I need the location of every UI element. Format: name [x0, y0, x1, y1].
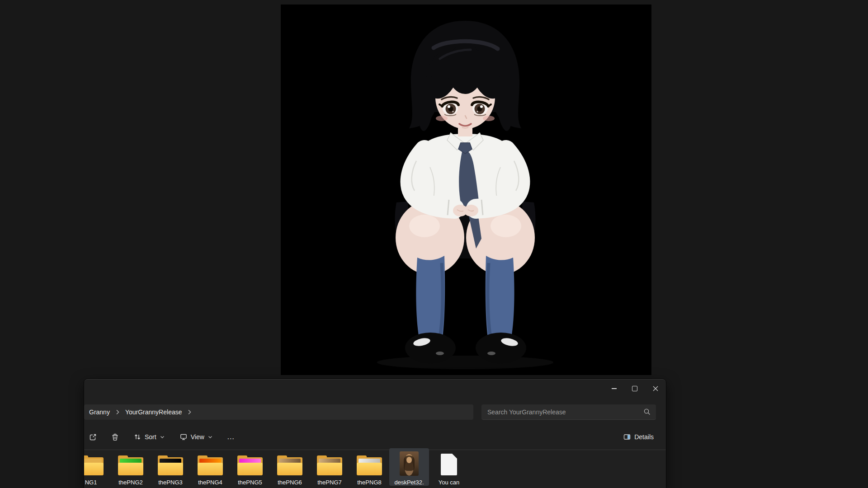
close-button[interactable]	[645, 380, 666, 398]
details-icon	[623, 433, 631, 441]
file-item[interactable]: thePNG5	[230, 448, 270, 486]
command-bar: Sort View … Details	[84, 427, 666, 447]
minimize-icon	[612, 388, 617, 389]
file-icon-box	[198, 452, 223, 476]
more-options-button[interactable]: …	[223, 432, 239, 442]
search-box	[481, 404, 656, 420]
file-label: thePNG4	[198, 479, 222, 486]
minimize-button[interactable]	[604, 380, 624, 398]
photo-viewer	[281, 5, 651, 375]
more-icon: …	[227, 435, 235, 439]
file-label: thePNG7	[317, 479, 341, 486]
file-label: thePNG6	[278, 479, 302, 486]
file-item[interactable]: You can	[429, 448, 469, 486]
file-item[interactable]: thePNG7	[310, 448, 349, 486]
maximize-button[interactable]	[624, 380, 645, 398]
share-button[interactable]	[85, 430, 101, 445]
file-label: thePNG3	[158, 479, 182, 486]
details-label: Details	[634, 433, 654, 441]
file-label: deskPet32.	[394, 479, 424, 486]
search-input[interactable]	[481, 408, 656, 416]
search-icon[interactable]	[643, 408, 651, 416]
file-label: thePNG2	[118, 479, 142, 486]
chevron-down-icon	[160, 434, 165, 440]
folder-icon	[84, 456, 104, 476]
file-icon-box	[357, 452, 382, 476]
breadcrumb-item[interactable]: YourGrannyRelease	[123, 407, 185, 417]
file-explorer-window: Granny YourGrannyRelease Sort View	[84, 379, 666, 488]
file-label: You can	[439, 479, 460, 486]
file-icon-box	[317, 452, 342, 476]
sort-label: Sort	[145, 433, 156, 441]
file-icon-box	[441, 452, 457, 476]
file-icon-box	[277, 452, 302, 476]
breadcrumb-item[interactable]: Granny	[86, 407, 113, 417]
file-icon-box	[237, 452, 263, 476]
folder-icon	[237, 456, 263, 476]
file-item[interactable]: thePNG8	[349, 448, 389, 486]
folder-icon	[118, 456, 143, 476]
file-item[interactable]: thePNG4	[190, 448, 230, 486]
file-item[interactable]: thePNG6	[270, 448, 310, 486]
file-grid: NG1 thePNG2 thePNG3 thePNG4	[84, 448, 666, 488]
file-item[interactable]: thePNG2	[111, 448, 151, 486]
file-item[interactable]: deskPet32.	[389, 448, 429, 486]
address-bar[interactable]: Granny YourGrannyRelease	[84, 404, 473, 420]
details-button[interactable]: Details	[619, 430, 658, 444]
folder-icon	[158, 456, 183, 476]
folder-icon	[357, 456, 382, 476]
folder-icon	[198, 456, 223, 476]
file-label: thePNG8	[357, 479, 381, 486]
window-controls	[604, 380, 666, 398]
chevron-right-icon[interactable]	[114, 408, 121, 416]
delete-button[interactable]	[107, 430, 123, 445]
folder-icon	[277, 456, 302, 476]
file-icon-box	[84, 452, 104, 476]
chevron-down-icon	[208, 434, 213, 440]
address-row: Granny YourGrannyRelease	[84, 404, 656, 420]
sort-icon	[133, 433, 142, 441]
file-icon-box	[118, 452, 143, 476]
file-item[interactable]: thePNG3	[151, 448, 190, 486]
view-icon	[179, 433, 188, 441]
titlebar[interactable]	[84, 380, 666, 398]
view-label: View	[191, 433, 204, 441]
character-illustration	[281, 5, 651, 375]
chevron-right-icon[interactable]	[186, 408, 193, 416]
share-icon	[89, 433, 97, 441]
sort-button[interactable]: Sort	[129, 430, 169, 444]
file-label: thePNG5	[238, 479, 262, 486]
file-icon-box	[400, 452, 419, 476]
view-button[interactable]: View	[175, 430, 217, 444]
file-icon-box	[158, 452, 183, 476]
trash-icon	[111, 433, 119, 441]
file-label: NG1	[85, 479, 97, 486]
document-icon	[441, 454, 457, 475]
folder-icon	[317, 456, 342, 476]
close-icon	[653, 386, 658, 391]
maximize-icon	[632, 386, 637, 391]
file-item[interactable]: NG1	[84, 448, 111, 486]
image-thumbnail-icon	[400, 451, 419, 476]
